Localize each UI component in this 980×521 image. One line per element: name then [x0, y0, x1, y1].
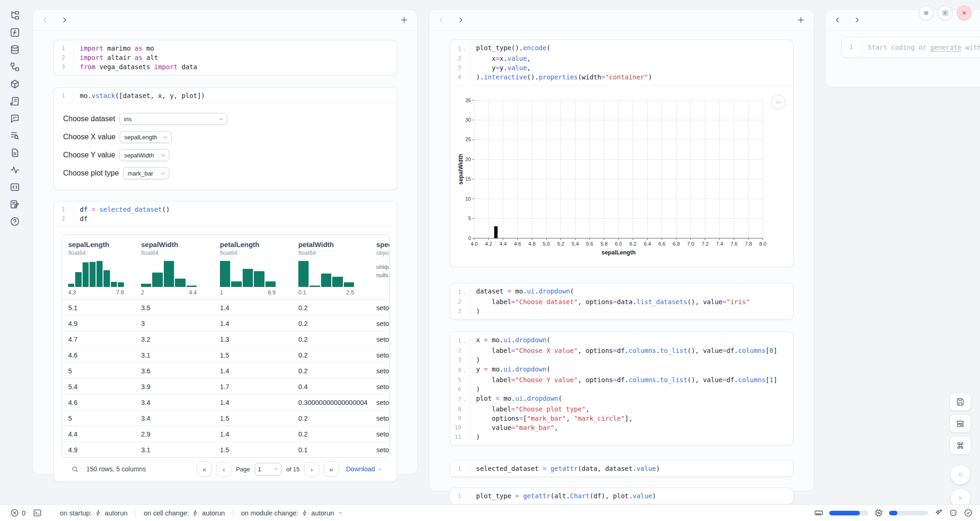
- code-block-icon[interactable]: [10, 182, 20, 192]
- last-page-button[interactable]: »: [324, 462, 339, 476]
- line-gutter: 3: [54, 62, 74, 72]
- fold-chevron-icon[interactable]: ⌄: [461, 335, 469, 346]
- terminal-icon[interactable]: [33, 508, 42, 517]
- document-icon[interactable]: [10, 148, 20, 158]
- menu-button[interactable]: [919, 6, 934, 20]
- histogram: [298, 261, 354, 287]
- dropdown-label: Choose Y value: [63, 151, 115, 159]
- line-gutter: 1: [450, 491, 470, 501]
- search-icon[interactable]: [71, 465, 79, 473]
- scroll-left-button[interactable]: [41, 16, 49, 24]
- notebook-cell[interactable]: 1plot_type = getattr(alt.Chart(df), plot…: [450, 488, 793, 504]
- notebook-cell[interactable]: 1⌄x = mo.ui.dropdown(2 label="Choose X v…: [450, 332, 793, 445]
- column-header-petalwidth[interactable]: petalWidthfloat640.12.5: [292, 235, 370, 300]
- line-gutter: 1: [450, 464, 470, 473]
- notebook-cell[interactable]: 1import marimo as mo2import altair as al…: [53, 40, 397, 75]
- notebook-cell[interactable]: 1mo.vstack([dataset, x, y, plot])Choose …: [53, 87, 397, 190]
- log-search-icon[interactable]: [10, 130, 20, 141]
- first-page-button[interactable]: «: [197, 462, 212, 476]
- fold-chevron-icon[interactable]: ⌄: [461, 43, 469, 54]
- page-select[interactable]: 1: [255, 463, 282, 475]
- choose-y-value-dropdown[interactable]: sepalWidth: [119, 149, 169, 161]
- file-tree-icon[interactable]: [10, 10, 20, 20]
- cpu-icon: [874, 508, 883, 517]
- save-button[interactable]: [949, 392, 971, 411]
- choose-dataset-dropdown[interactable]: iris: [119, 113, 227, 125]
- code-placeholder[interactable]: Start coding or generate with: [862, 44, 980, 51]
- generate-ai-link[interactable]: generate: [930, 44, 961, 51]
- code-editor[interactable]: 1plot_type = getattr(alt.Chart(df), plot…: [450, 488, 793, 504]
- ai-sparkles-icon[interactable]: [934, 508, 943, 517]
- table-header-row: sepalLengthfloat644.37.9sepalWidthfloat6…: [62, 235, 389, 300]
- fold-chevron-icon[interactable]: ⌄: [461, 287, 469, 297]
- scroll-right-button[interactable]: [457, 16, 464, 24]
- download-button[interactable]: Download: [346, 465, 382, 473]
- column-header-speci[interactable]: speciobjecuniqunulls:: [370, 235, 390, 300]
- stop-button[interactable]: [950, 464, 971, 485]
- on-cell-change-setting[interactable]: on cell change: autorun: [135, 508, 233, 518]
- code-editor[interactable]: 1⌄x = mo.ui.dropdown(2 label="Choose X v…: [450, 332, 793, 445]
- notebook-cell[interactable]: 1⌄dataset = mo.ui.dropdown(2 label="Choo…: [450, 283, 793, 319]
- keyboard-shortcuts-button[interactable]: [949, 436, 971, 455]
- line-gutter: 3: [450, 306, 470, 316]
- code-editor[interactable]: 1df = selected_dataset()2df: [54, 202, 397, 227]
- add-cell-button[interactable]: [400, 15, 409, 25]
- chat-icon[interactable]: [10, 113, 20, 124]
- notebook-cell[interactable]: 1selected_dataset = getattr(data, datase…: [450, 460, 793, 477]
- code-line: 10 value="mark_bar",: [450, 423, 793, 432]
- notebook-cell[interactable]: 1df = selected_dataset()2dfsepalLengthfl…: [53, 201, 397, 482]
- code-line: 1mo.vstack([dataset, x, y, plot]): [54, 91, 397, 100]
- choose-plot-type-dropdown[interactable]: mark_bar: [123, 167, 169, 179]
- table-cell: setos: [370, 352, 390, 359]
- choose-plot-type-row: Choose plot typemark_bar: [63, 167, 387, 179]
- column-header-sepallength[interactable]: sepalLengthfloat644.37.9: [62, 235, 135, 300]
- code-editor[interactable]: 1import marimo as mo2import altair as al…: [54, 40, 397, 75]
- scroll-right-button[interactable]: [61, 16, 68, 24]
- add-cell-button[interactable]: [796, 15, 806, 25]
- function-square-icon[interactable]: [10, 27, 20, 38]
- table-row: 5.43.91.70.4setos: [62, 378, 389, 394]
- code-editor[interactable]: 1mo.vstack([dataset, x, y, plot]): [54, 88, 397, 104]
- help-icon[interactable]: [10, 216, 20, 227]
- dependency-graph-icon[interactable]: [10, 62, 20, 72]
- table-cell: 5.1: [62, 304, 135, 312]
- column-header-petallength[interactable]: petalLengthfloat6416.9: [214, 235, 292, 300]
- scratchpad-icon[interactable]: [10, 199, 20, 209]
- table-cell: 3: [135, 320, 214, 327]
- database-icon[interactable]: [10, 45, 20, 55]
- svg-text:7.8: 7.8: [745, 241, 752, 247]
- close-button[interactable]: [957, 6, 972, 20]
- choose-x-value-dropdown[interactable]: sepalLength: [120, 131, 172, 143]
- choose-y-value-row: Choose Y valuesepalWidth: [63, 149, 387, 161]
- scroll-right-button[interactable]: [853, 16, 861, 24]
- layout-button[interactable]: [949, 414, 971, 433]
- table-cell: 1.4: [214, 304, 292, 312]
- errors-badge[interactable]: 0: [10, 508, 26, 517]
- scroll-left-button[interactable]: [438, 16, 445, 24]
- code-editor[interactable]: 1⌄plot_type().encode(2 x=x.value,3 y=y.v…: [450, 40, 793, 85]
- on-module-change-setting[interactable]: on module change: autorun: [233, 508, 352, 518]
- column-header-sepalwidth[interactable]: sepalWidthfloat6424.4: [135, 235, 214, 300]
- on-startup-setting[interactable]: on startup: autorun: [52, 508, 135, 518]
- dropdown-label: Choose dataset: [63, 115, 115, 123]
- next-page-button[interactable]: ›: [304, 462, 319, 476]
- fold-chevron-icon[interactable]: ⌄: [461, 394, 469, 404]
- notebook-cell[interactable]: 1⌄plot_type().encode(2 x=x.value,3 y=y.v…: [450, 39, 793, 267]
- fold-chevron-icon[interactable]: ⌄: [461, 365, 469, 375]
- scroll-left-button[interactable]: [834, 16, 841, 24]
- svg-text:10: 10: [465, 196, 471, 202]
- altair-bar-chart[interactable]: 4.04.24.44.64.85.05.25.45.65.86.06.26.46…: [458, 94, 786, 259]
- line-gutter: 4: [450, 72, 470, 82]
- settings-gear-button[interactable]: [938, 6, 953, 20]
- copilot-icon[interactable]: [949, 508, 958, 517]
- table-cell: 5: [62, 415, 135, 422]
- package-icon[interactable]: [10, 79, 20, 89]
- code-editor[interactable]: 1selected_dataset = getattr(data, datase…: [450, 461, 793, 476]
- previous-page-button[interactable]: ‹: [216, 462, 231, 476]
- connected-check-icon[interactable]: [964, 508, 973, 517]
- chart-menu-button[interactable]: [771, 95, 786, 109]
- scroll-icon[interactable]: [10, 96, 20, 106]
- code-editor[interactable]: 1⌄dataset = mo.ui.dropdown(2 label="Choo…: [450, 283, 793, 319]
- activity-icon[interactable]: [10, 165, 20, 175]
- empty-code-cell[interactable]: 1 Start coding or generate with: [841, 37, 980, 58]
